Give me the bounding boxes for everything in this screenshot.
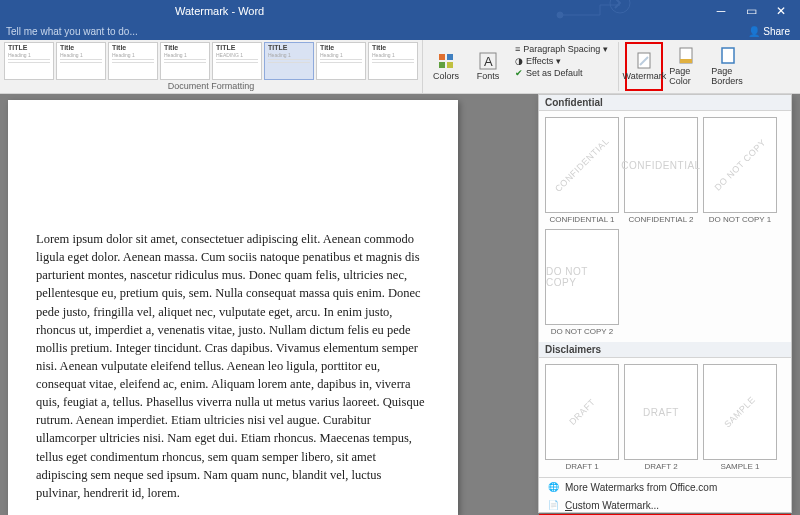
group-label-doc-formatting: Document Formatting	[4, 81, 418, 91]
dropdown-footer: 🌐More Watermarks from Office.com 📄Custom…	[539, 477, 791, 515]
document-page[interactable]: Lorem ipsum dolor sit amet, consectetuer…	[8, 100, 458, 515]
paragraph-options: ≡Paragraph Spacing▾ ◑Effects▾ ✔Set as De…	[511, 42, 612, 91]
watermark-option[interactable]: DRAFTDRAFT 1	[545, 364, 619, 471]
svg-text:A: A	[484, 54, 493, 69]
set-default-button[interactable]: ✔Set as Default	[515, 68, 608, 78]
tell-me-placeholder: Tell me what you want to do...	[6, 26, 138, 37]
maximize-button[interactable]: ▭	[736, 0, 766, 22]
colors-icon	[437, 52, 455, 70]
fonts-label: Fonts	[477, 71, 500, 81]
check-icon: ✔	[515, 68, 523, 78]
watermark-option[interactable]: DO NOT COPYDO NOT COPY 2	[545, 229, 619, 336]
watermark-label: Watermark	[623, 71, 667, 81]
share-icon: 👤	[748, 26, 760, 37]
watermark-option[interactable]: CONFIDENTIALCONFIDENTIAL 2	[624, 117, 698, 224]
dropdown-section-disclaimers: Disclaimers	[539, 342, 791, 358]
ribbon: TITLEHeading 1TitleHeading 1TitleHeading…	[0, 40, 800, 94]
watermark-icon	[635, 52, 653, 70]
svg-rect-4	[439, 62, 445, 68]
title-bar: Watermark - Word ─ ▭ ✕	[0, 0, 800, 22]
svg-point-1	[557, 12, 563, 18]
watermark-option[interactable]: DO NOT COPYDO NOT COPY 1	[703, 117, 777, 224]
decoration-graphic	[500, 0, 680, 35]
svg-rect-3	[447, 54, 453, 60]
paragraph-spacing-button[interactable]: ≡Paragraph Spacing▾	[515, 44, 608, 54]
page-borders-button[interactable]: Page Borders	[709, 42, 747, 91]
page-color-icon	[677, 47, 695, 65]
page-color-label: Page Color	[669, 66, 703, 86]
custom-watermark-item[interactable]: 📄Custom Watermark...	[539, 496, 791, 514]
style-preview[interactable]: TitleHeading 1	[160, 42, 210, 80]
style-gallery[interactable]: TITLEHeading 1TitleHeading 1TitleHeading…	[4, 42, 418, 80]
custom-icon: 📄	[547, 499, 559, 511]
effects-button[interactable]: ◑Effects▾	[515, 56, 608, 66]
separator	[618, 42, 619, 91]
share-label: Share	[763, 26, 790, 37]
style-preview[interactable]: TitleHeading 1	[368, 42, 418, 80]
fonts-button[interactable]: A Fonts	[469, 42, 507, 91]
watermark-button[interactable]: Watermark	[625, 42, 663, 91]
watermark-grid-disclaimers: DRAFTDRAFT 1DRAFTDRAFT 2SAMPLESAMPLE 1	[539, 358, 791, 477]
svg-rect-12	[722, 48, 734, 63]
colors-label: Colors	[433, 71, 459, 81]
style-preview[interactable]: TITLEHEADING 1	[212, 42, 262, 80]
style-preview[interactable]: TITLEHeading 1	[4, 42, 54, 80]
window-controls: ─ ▭ ✕	[706, 0, 796, 22]
share-button[interactable]: 👤 Share	[748, 26, 800, 37]
style-preview[interactable]: TitleHeading 1	[56, 42, 106, 80]
page-borders-icon	[719, 47, 737, 65]
document-body[interactable]: Lorem ipsum dolor sit amet, consectetuer…	[36, 230, 428, 502]
colors-button[interactable]: Colors	[427, 42, 465, 91]
globe-icon: 🌐	[547, 481, 559, 493]
style-preview[interactable]: TitleHeading 1	[316, 42, 366, 80]
fonts-icon: A	[479, 52, 497, 70]
chevron-down-icon: ▾	[603, 44, 608, 54]
dropdown-section-confidential: Confidential	[539, 95, 791, 111]
watermark-option[interactable]: SAMPLESAMPLE 1	[703, 364, 777, 471]
tell-me-bar[interactable]: Tell me what you want to do... 👤 Share	[0, 22, 800, 40]
watermark-option[interactable]: CONFIDENTIALCONFIDENTIAL 1	[545, 117, 619, 224]
window-title: Watermark - Word	[175, 5, 264, 17]
page-borders-label: Page Borders	[711, 66, 745, 86]
more-watermarks-item[interactable]: 🌐More Watermarks from Office.com	[539, 478, 791, 496]
chevron-down-icon: ▾	[556, 56, 561, 66]
minimize-button[interactable]: ─	[706, 0, 736, 22]
watermark-grid-confidential: CONFIDENTIALCONFIDENTIAL 1CONFIDENTIALCO…	[539, 111, 791, 342]
document-formatting-group: TITLEHeading 1TitleHeading 1TitleHeading…	[0, 40, 423, 93]
page-color-button[interactable]: Page Color	[667, 42, 705, 91]
svg-rect-2	[439, 54, 445, 60]
style-preview[interactable]: TITLEHeading 1	[264, 42, 314, 80]
ribbon-right: Colors A Fonts ≡Paragraph Spacing▾ ◑Effe…	[423, 40, 751, 93]
svg-rect-11	[680, 59, 692, 63]
style-preview[interactable]: TitleHeading 1	[108, 42, 158, 80]
watermark-option[interactable]: DRAFTDRAFT 2	[624, 364, 698, 471]
workspace: Lorem ipsum dolor sit amet, consectetuer…	[0, 94, 800, 515]
paragraph-icon: ≡	[515, 44, 520, 54]
svg-rect-5	[447, 62, 453, 68]
close-button[interactable]: ✕	[766, 0, 796, 22]
effects-icon: ◑	[515, 56, 523, 66]
watermark-dropdown: Confidential CONFIDENTIALCONFIDENTIAL 1C…	[538, 94, 792, 513]
